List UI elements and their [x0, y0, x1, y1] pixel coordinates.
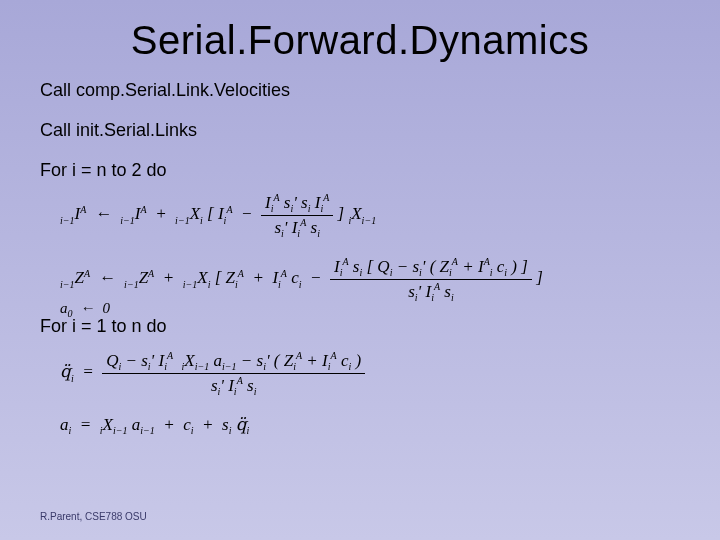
loop-2: For i = 1 to n do [40, 316, 167, 337]
footer-credit: R.Parent, CSE788 OSU [40, 511, 147, 522]
call-init-links: Call init.Serial.Links [40, 120, 197, 141]
equation-inertia-recursion: i−1IA ← i−1IA + i−1Xi [ IiA − IiA si' si… [60, 192, 376, 239]
equation-joint-accel: q̈i = Qi − si' IiA iXi−1 ai−1 − si' ( Zi… [60, 350, 365, 397]
slide-title: Serial.Forward.Dynamics [0, 18, 720, 63]
loop-1: For i = n to 2 do [40, 160, 167, 181]
call-comp-velocities: Call comp.Serial.Link.Velocities [40, 80, 290, 101]
equation-bias-recursion: i−1ZA ← i−1ZA + i−1Xi [ ZiA + IiA ci − I… [60, 256, 543, 303]
equation-accel-propagate: ai = iXi−1 ai−1 + ci + si q̈i [60, 414, 249, 436]
slide: Serial.Forward.Dynamics Call comp.Serial… [0, 0, 720, 540]
